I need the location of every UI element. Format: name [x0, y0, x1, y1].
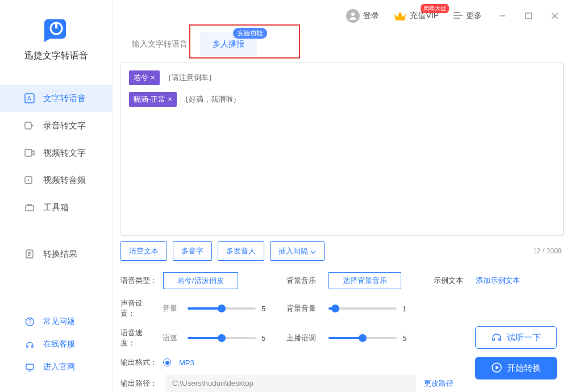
sidebar-item-label: 视频转音频	[43, 175, 86, 186]
pitch-slider[interactable]	[328, 337, 397, 339]
editor[interactable]: 若兮 × ｛请注意倒车｝ 晓涵-正常 × ｛好滴，我溜啦｝	[120, 62, 564, 236]
example-row: 示例文本 添加示例文本	[434, 272, 564, 289]
login-label: 登录	[363, 11, 379, 21]
char-count: 12 / 2000	[533, 247, 564, 255]
link-label: 进入官网	[43, 362, 75, 372]
tab-badge: 实验功能	[233, 28, 267, 39]
link-website[interactable]: 进入官网	[0, 356, 112, 378]
speaker-tag[interactable]: 晓涵-正常 ×	[129, 92, 177, 107]
speaker-tag[interactable]: 若兮 ×	[129, 70, 160, 85]
video-text-icon	[24, 147, 35, 159]
play-icon	[491, 362, 502, 375]
login-button[interactable]: 登录	[340, 6, 385, 26]
bottom-links: ? 常见问题 在线客服 进入官网	[0, 310, 112, 392]
bg-volume-value: 1	[402, 305, 410, 313]
change-path-link[interactable]: 更改路径	[424, 378, 454, 389]
svg-rect-4	[25, 122, 31, 129]
tab-text-input[interactable]: 输入文字转语音	[119, 32, 200, 56]
convert-label: 开始转换	[507, 363, 541, 374]
sidebar-item-audio-to-text[interactable]: 录音转文字	[0, 112, 112, 139]
tabs: 输入文字转语音 多人播报 实验功能	[113, 32, 574, 56]
bgm-select[interactable]: 选择背景音乐	[328, 272, 401, 289]
example-link[interactable]: 添加示例文本	[476, 276, 520, 286]
speed-label: 语速	[163, 333, 182, 343]
speaker-text: ｛请注意倒车｝	[164, 73, 216, 83]
voice-type-select[interactable]: 若兮/活泼俏皮	[163, 272, 238, 289]
convert-button[interactable]: 开始转换	[475, 357, 557, 380]
crown-icon	[394, 11, 406, 21]
chevron-down-icon	[310, 247, 316, 256]
help-icon: ?	[24, 316, 35, 327]
sidebar-item-label: 录音转文字	[43, 120, 86, 131]
sidebar-item-label: 视频转文字	[43, 148, 86, 159]
format-label: 输出格式：	[120, 357, 157, 368]
logo-area: 迅捷文字转语音	[0, 0, 112, 72]
sound-label: 声音设置：	[120, 298, 157, 319]
link-label: 在线客服	[43, 339, 75, 349]
svg-rect-13	[526, 13, 531, 19]
headphones-icon	[491, 332, 502, 344]
svg-rect-7	[26, 206, 34, 211]
speed-value: 5	[261, 334, 269, 343]
more-label: 更多	[466, 11, 482, 21]
speed-slider[interactable]	[188, 337, 256, 339]
tab-label: 多人播报	[213, 39, 244, 48]
sidebar-item-video-to-audio[interactable]: 视频转音频	[0, 166, 112, 194]
path-label: 输出路径：	[120, 378, 157, 389]
voice-type-row: 语音类型： 若兮/活泼俏皮	[120, 272, 269, 289]
app-logo-icon	[43, 16, 69, 42]
remove-speaker-icon[interactable]: ×	[151, 73, 155, 82]
preview-label: 试听一下	[507, 332, 541, 343]
voice-type-label: 语音类型：	[120, 276, 157, 286]
avatar-icon	[346, 9, 360, 23]
minimize-button[interactable]	[491, 5, 514, 27]
main: 登录 充值VIP 周年大促 更多 输入文字转语音 多人播报 实验功能 若兮	[113, 0, 574, 392]
path-input[interactable]	[165, 374, 416, 392]
polyphonic-button[interactable]: 多音字	[173, 241, 212, 261]
titlebar: 登录 充值VIP 周年大促 更多	[113, 0, 574, 32]
bg-volume-label: 背景音量	[286, 303, 323, 314]
link-faq[interactable]: ? 常见问题	[0, 310, 112, 333]
volume-slider[interactable]	[188, 307, 256, 310]
speaker-text: ｛好滴，我溜啦｝	[181, 94, 240, 105]
video-audio-icon	[24, 174, 35, 186]
sidebar-item-label: 文字转语音	[43, 93, 86, 104]
pitch-label: 主播语调	[286, 333, 323, 343]
speed-row-label: 语音速度：	[120, 328, 157, 348]
clear-button[interactable]: 清空文本	[120, 241, 167, 261]
bgm-row: 背景音乐 选择背景音乐	[286, 272, 417, 289]
bg-volume-slider[interactable]	[328, 307, 397, 310]
svg-rect-1	[55, 23, 57, 28]
pitch-value: 5	[402, 334, 410, 343]
sidebar: 迅捷文字转语音 A 文字转语音 录音转文字 视频转文字 视频转音频 工具箱 转换…	[0, 0, 113, 392]
vip-button[interactable]: 充值VIP 周年大促	[388, 7, 444, 24]
app-name: 迅捷文字转语音	[0, 50, 112, 62]
link-support[interactable]: 在线客服	[0, 333, 112, 356]
monitor-icon	[24, 361, 35, 373]
insert-pause-button[interactable]: 插入间隔	[270, 241, 325, 261]
sidebar-item-toolbox[interactable]: 工具箱	[0, 194, 112, 221]
sidebar-item-text-to-speech[interactable]: A 文字转语音	[0, 85, 112, 112]
speaker-line: 若兮 × ｛请注意倒车｝	[129, 70, 555, 85]
svg-text:?: ?	[28, 319, 32, 325]
results-icon	[24, 248, 35, 260]
preview-button[interactable]: 试听一下	[475, 326, 557, 349]
remove-speaker-icon[interactable]: ×	[168, 95, 172, 103]
more-button[interactable]: 更多	[448, 7, 488, 24]
volume-label: 音量	[163, 303, 182, 314]
tab-multi-speaker[interactable]: 多人播报 实验功能	[200, 32, 257, 56]
multi-speaker-button[interactable]: 多发音人	[218, 241, 264, 261]
volume-value: 5	[261, 305, 269, 313]
speaker-name: 若兮	[134, 73, 148, 83]
svg-rect-11	[26, 364, 34, 369]
sidebar-item-results[interactable]: 转换结果	[0, 240, 112, 268]
maximize-button[interactable]	[517, 5, 540, 27]
close-button[interactable]	[543, 5, 566, 27]
editor-controls: 清空文本 多音字 多发音人 插入间隔 12 / 2000	[120, 241, 564, 261]
format-radio[interactable]	[163, 358, 171, 366]
format-row: 输出格式： MP3	[120, 357, 417, 368]
headset-icon	[24, 339, 35, 350]
sidebar-item-video-to-text[interactable]: 视频转文字	[0, 139, 112, 166]
speaker-line: 晓涵-正常 × ｛好滴，我溜啦｝	[129, 92, 555, 107]
nav: A 文字转语音 录音转文字 视频转文字 视频转音频 工具箱 转换结果	[0, 85, 112, 310]
